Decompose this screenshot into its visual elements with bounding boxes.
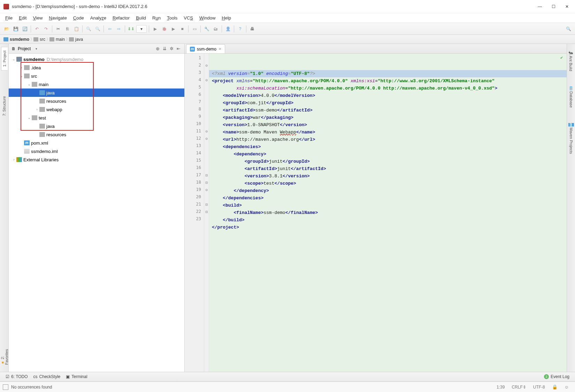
layout-icon[interactable]: ▭ — [191, 25, 198, 33]
tab-checkstyle[interactable]: csCheckStyle — [31, 373, 63, 380]
tab-terminal[interactable]: ▣Terminal — [63, 373, 90, 380]
tab-close-icon[interactable]: ✕ — [219, 47, 221, 51]
save-icon[interactable]: 💾 — [12, 25, 20, 33]
cursor-position[interactable]: 1:39 — [493, 385, 508, 390]
hide-icon[interactable]: ⇤ — [175, 46, 182, 52]
cut-icon[interactable]: ✂ — [54, 25, 62, 33]
project-structure-icon[interactable]: 🗂 — [212, 25, 220, 33]
collapse-icon[interactable]: ⇊ — [161, 46, 168, 52]
hector-icon[interactable]: ☺ — [561, 385, 572, 390]
crumb-main[interactable]: main — [48, 36, 68, 43]
main-toolbar: 📂 💾 🔄 ↶ ↷ ✂ ⎘ 📋 🔍 🔍 ⇦ ⇨ ⬇⬇ ▾ ▶ 🐞 ▶ ■ ▭ 🔧… — [0, 23, 575, 35]
tree-node-ssmdemo-iml[interactable]: ssmdemo.iml — [9, 147, 184, 155]
code-editor[interactable]: 1234567891011121314151617181920212223 ⊖⊖… — [185, 54, 567, 382]
menu-run[interactable]: Run — [149, 14, 164, 22]
menu-analyze[interactable]: Analyze — [87, 14, 109, 22]
tree-node-resources[interactable]: resources — [9, 130, 184, 139]
tab-todo[interactable]: ☑6: TODO — [3, 373, 31, 380]
run-icon[interactable]: ▶ — [151, 25, 159, 33]
tab-database[interactable]: 🗄 Database — [568, 83, 574, 111]
menubar: File Edit View Navigate Code Analyze Ref… — [0, 13, 575, 23]
menu-file[interactable]: File — [2, 14, 16, 22]
stop-icon[interactable]: ■ — [178, 25, 186, 33]
editor-tab-ssm-demo[interactable]: m ssm-demo ✕ — [186, 44, 225, 53]
project-tool-window: 🗎Project▾ ⊕ ⇊ ✲ ⇤ ⌄ssmdemoD:\temp\ssmdem… — [9, 44, 185, 382]
tab-project[interactable]: 1: Project — [1, 47, 8, 70]
tree-node-External-Libraries[interactable]: ›External Libraries — [9, 155, 184, 164]
maven-icon: m — [190, 47, 195, 52]
tab-maven[interactable]: m Maven Projects — [568, 120, 574, 157]
tree-node-java[interactable]: java — [9, 89, 184, 97]
replace-icon[interactable]: 🔍 — [94, 25, 101, 33]
menu-navigate[interactable]: Navigate — [46, 14, 70, 22]
gear-icon[interactable]: ✲ — [168, 46, 175, 52]
crumb-java[interactable]: java — [68, 36, 86, 43]
nav-breadcrumbs: ssmdemo src main java — [0, 35, 575, 44]
locate-icon[interactable]: ⊕ — [154, 46, 161, 52]
tab-ant-build[interactable]: 🐜 Ant Build — [568, 47, 574, 75]
undo-icon[interactable]: ↶ — [33, 25, 41, 33]
debug-icon[interactable]: 🐞 — [160, 25, 168, 33]
tree-node-java[interactable]: java — [9, 122, 184, 130]
coverage-icon[interactable]: ▶ — [169, 25, 177, 33]
help-icon[interactable]: ? — [236, 25, 244, 33]
crumb-src[interactable]: src — [32, 36, 48, 43]
titlebar: ssmdemo - [D:\temp\ssmdemo] - ssm-demo -… — [0, 0, 575, 13]
window-title: ssmdemo - [D:\temp\ssmdemo] - ssm-demo -… — [12, 4, 538, 9]
tree-node-ssmdemo[interactable]: ⌄ssmdemoD:\temp\ssmdemo — [9, 55, 184, 63]
app-icon — [3, 4, 9, 9]
menu-window[interactable]: Window — [196, 14, 219, 22]
tab-favorites[interactable]: ★ 2: Favorites — [0, 337, 10, 368]
panel-title: Project — [18, 46, 31, 51]
close-button[interactable]: ✕ — [565, 4, 569, 9]
menu-edit[interactable]: Edit — [16, 14, 30, 22]
tree-node-webapp[interactable]: ›webapp — [9, 105, 184, 114]
copy-icon[interactable]: ⎘ — [63, 25, 71, 33]
tree-node-test[interactable]: ⌄test — [9, 114, 184, 122]
maximize-button[interactable]: ☐ — [552, 4, 555, 9]
run-config-dropdown[interactable]: ▾ — [136, 25, 147, 33]
tree-node-resources[interactable]: resources — [9, 97, 184, 105]
line-separator[interactable]: CRLF⇕ — [508, 385, 529, 390]
toggle-toolwindows-icon[interactable] — [3, 384, 8, 390]
menu-help[interactable]: Help — [219, 14, 234, 22]
settings-icon[interactable]: 🔧 — [203, 25, 210, 33]
bottom-tool-tabs: ☑6: TODO csCheckStyle ▣Terminal 2Event L… — [0, 372, 575, 382]
left-tool-tabs: 1: Project 7: Structure — [0, 44, 9, 382]
inspection-ok-icon: ✔ — [560, 55, 565, 60]
panel-view-dropdown[interactable]: ▾ — [36, 47, 37, 51]
sdk-icon[interactable]: 👤 — [224, 25, 232, 33]
tab-event-log[interactable]: 2Event Log — [541, 373, 572, 380]
project-tree[interactable]: ⌄ssmdemoD:\temp\ssmdemo›.idea⌄src⌄mainja… — [9, 54, 184, 382]
search-everywhere-icon[interactable]: 🔍 — [565, 25, 572, 33]
build-icon[interactable]: ⬇⬇ — [127, 25, 135, 33]
print-icon[interactable]: 🖶 — [248, 25, 256, 33]
tree-node-pom-xml[interactable]: mpom.xml — [9, 139, 184, 147]
forward-icon[interactable]: ⇨ — [115, 25, 123, 33]
tree-node-src[interactable]: ⌄src — [9, 72, 184, 80]
open-icon[interactable]: 📂 — [3, 25, 10, 33]
tree-node--idea[interactable]: ›.idea — [9, 63, 184, 72]
menu-view[interactable]: View — [30, 14, 46, 22]
tree-node-main[interactable]: ⌄main — [9, 80, 184, 89]
menu-refactor[interactable]: Refactor — [109, 14, 133, 22]
readonly-lock-icon[interactable]: 🔒 — [549, 384, 561, 390]
find-icon[interactable]: 🔍 — [85, 25, 92, 33]
menu-tools[interactable]: Tools — [164, 14, 181, 22]
redo-icon[interactable]: ↷ — [42, 25, 50, 33]
sync-icon[interactable]: 🔄 — [21, 25, 29, 33]
status-message: No occurrences found — [11, 385, 52, 390]
statusbar: No occurrences found 1:39 CRLF⇕ UTF-8 🔒 … — [0, 382, 575, 392]
menu-build[interactable]: Build — [133, 14, 149, 22]
paste-icon[interactable]: 📋 — [72, 25, 80, 33]
editor-area: m ssm-demo ✕ 123456789101112131415161718… — [185, 44, 567, 382]
menu-vcs[interactable]: VCS — [181, 14, 196, 22]
back-icon[interactable]: ⇦ — [106, 25, 114, 33]
menu-code[interactable]: Code — [70, 14, 87, 22]
file-encoding[interactable]: UTF-8 — [530, 385, 549, 390]
favorites-tab-gutter: ★ 2: Favorites — [0, 337, 9, 372]
tab-structure[interactable]: 7: Structure — [1, 93, 7, 120]
minimize-button[interactable]: — — [538, 4, 542, 9]
crumb-ssmdemo[interactable]: ssmdemo — [2, 36, 32, 43]
right-tool-tabs: 🐜 Ant Build 🗄 Database m Maven Projects — [567, 44, 575, 382]
